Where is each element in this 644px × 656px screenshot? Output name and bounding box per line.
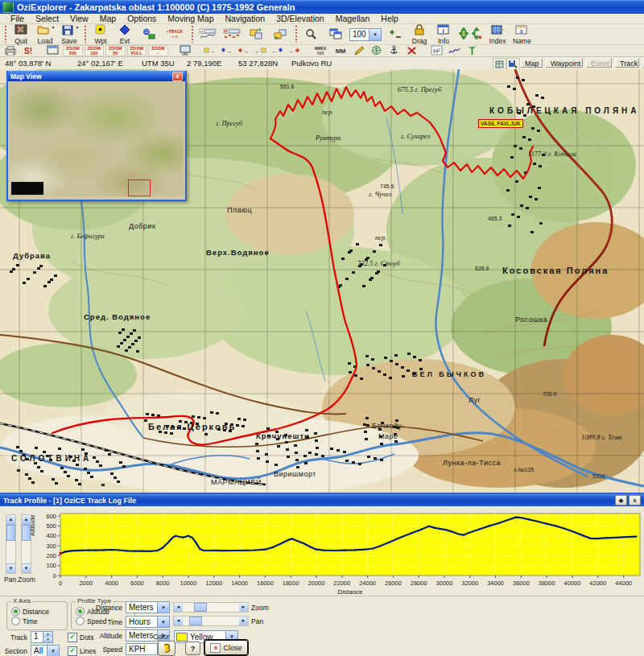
waypoint-button[interactable]: Wpt (89, 24, 113, 44)
menu-item-navigation[interactable]: Navigation (220, 14, 271, 24)
save-button[interactable]: ▼Save (57, 24, 81, 44)
svg-text:18000: 18000 (283, 580, 299, 587)
radio-distance[interactable]: Distance (11, 607, 49, 616)
event-button[interactable]: Evt (113, 24, 137, 44)
chevron-down-icon[interactable]: ▼ (157, 602, 169, 613)
track-number-spinner[interactable]: 1 ▲▼ (31, 631, 53, 643)
zoom-in-out-button[interactable] (383, 24, 407, 44)
unit-select-distance[interactable]: Meters▼ (126, 601, 170, 613)
track-label: Track (8, 633, 27, 642)
waypoint-label[interactable]: VASIL PAVLJUK (478, 119, 523, 128)
cascade-windows-button[interactable] (324, 24, 348, 44)
close-icon[interactable]: x (172, 72, 183, 81)
name-search-button[interactable]: aName (510, 24, 535, 44)
projection-button[interactable] (368, 45, 386, 57)
scroll-left-icon[interactable]: ◄ (174, 603, 183, 612)
zoom-level-combo[interactable]: 100▼ (349, 28, 382, 41)
load-button[interactable]: ▼Load (33, 24, 57, 44)
map-label: Сред. Водяное (84, 312, 151, 321)
map-features-button[interactable]: 12 (137, 24, 161, 44)
mode-button-track[interactable]: Track (615, 58, 639, 68)
gps-down-events-button[interactable]: ← (269, 45, 286, 57)
drag-button[interactable]: Drag (407, 24, 431, 44)
zoom-full-button[interactable]: ZOOMFULL (127, 45, 147, 56)
scroll-thumb[interactable] (194, 603, 207, 612)
chevron-down-icon[interactable]: ▼ (369, 29, 381, 40)
track-profile-title-bar[interactable]: Track Profile - [1] OziCE Track Log File… (0, 494, 644, 506)
svg-text:4000: 4000 (105, 580, 118, 587)
map-window-button[interactable] (44, 45, 62, 57)
transfer-left-button[interactable] (268, 24, 292, 44)
gps-down-waypoints-button[interactable]: ← (252, 45, 269, 57)
zoom-100-button[interactable]: ZOOM100 (85, 45, 105, 56)
color-label: Color (153, 633, 172, 641)
anchor-button[interactable] (386, 45, 403, 57)
map-view-thumbnail[interactable] (10, 81, 184, 196)
unit-select-time[interactable]: Hours▼ (126, 616, 170, 628)
mode-button-waypoint[interactable]: Waypoint (546, 58, 583, 68)
close-icon[interactable]: x (629, 495, 641, 505)
scroll-left-icon[interactable]: ◄ (174, 617, 183, 625)
menu-item-view[interactable]: View (64, 14, 94, 24)
height-button[interactable]: H² (428, 45, 446, 57)
menu-item-options[interactable]: Options (122, 14, 162, 24)
gps-up-tracks-button[interactable]: → (235, 45, 252, 57)
save-position-icon[interactable] (506, 58, 520, 70)
gps-up-waypoints-button[interactable]: → (201, 45, 218, 57)
mode-button-map[interactable]: Map (520, 58, 543, 68)
map-view-window[interactable]: Map View x (6, 71, 187, 201)
help-button[interactable]: ? (185, 642, 200, 655)
scroll-right-icon[interactable]: ► (239, 617, 248, 625)
track-draw-button[interactable] (350, 45, 368, 57)
zoom-50-button[interactable]: ZOOM50 (105, 45, 126, 56)
show-waypoints-button[interactable]: + (196, 24, 220, 44)
menu-item-map[interactable]: Map (94, 14, 122, 24)
menu-item-magellan[interactable]: Magellan (330, 14, 376, 24)
gps-down-tracks-button[interactable]: ← (286, 45, 303, 57)
show-events-button[interactable] (220, 24, 244, 44)
zoom-200-button[interactable]: ZOOM200 (63, 45, 83, 56)
chart-pan-scrollbar[interactable]: ◄ ► (173, 616, 249, 626)
map-canvas[interactable]: КОБЫЛЕЦКАЯ ПОЛЯНАСОЛОТВИНАВЕЛ БЫЧКОВБела… (0, 69, 644, 493)
quit-button[interactable]: Quit (9, 24, 33, 44)
map-view-viewport-rect[interactable] (128, 179, 151, 196)
profile-button[interactable] (446, 45, 464, 57)
zoom-window-button[interactable]: ZOOM▫ (148, 45, 168, 56)
map-view-title-bar[interactable]: Map View x (8, 71, 185, 81)
nmea-button[interactable]: NMEANM (310, 45, 331, 57)
track-profile-plot[interactable]: 0200040006000800010000120001400016000180… (0, 506, 644, 596)
moving-map-button[interactable]: MM (331, 45, 350, 57)
pan-arrows-button[interactable] (456, 24, 485, 44)
title-bar[interactable]: OziExplorer - Zakarpatska oblast 1:10000… (0, 0, 644, 14)
scroll-thumb[interactable] (189, 617, 202, 625)
menu-item-file[interactable]: File (5, 14, 30, 24)
close-button[interactable]: x Close (204, 640, 248, 655)
profile-chart[interactable]: 0200040006000800010000120001400016000180… (0, 506, 644, 597)
print-button[interactable] (2, 45, 19, 57)
radio-time[interactable]: Time (11, 617, 38, 625)
info-button[interactable]: iInfo (431, 24, 456, 44)
gps-up-events-button[interactable]: → (218, 45, 235, 57)
track-control-button[interactable]: +TRACK+ o (161, 24, 188, 44)
menu-item-help[interactable]: Help (375, 14, 404, 24)
magnify-button[interactable] (299, 24, 324, 44)
menu-item-select[interactable]: Select (30, 14, 64, 24)
menu-item-3d-elevation[interactable]: 3D/Elevation (270, 14, 330, 24)
antenna-button[interactable] (464, 45, 481, 57)
report-button[interactable] (158, 641, 175, 656)
chevron-down-icon[interactable]: ▼ (157, 617, 169, 627)
scroll-right-icon[interactable]: ► (239, 603, 248, 612)
index-button[interactable]: ▲Index (485, 24, 510, 44)
position-icon[interactable] (493, 58, 506, 70)
svg-text:14000: 14000 (231, 580, 248, 587)
menu-item-moving-map[interactable]: Moving Map (162, 14, 219, 24)
spin-down-icon[interactable]: ▼ (43, 637, 52, 643)
transfer-right-button[interactable] (244, 24, 268, 44)
section-select[interactable]: All ▼ (31, 645, 60, 656)
delete-button[interactable] (403, 45, 421, 57)
chart-zoom-scrollbar[interactable]: ◄ ► (173, 602, 249, 613)
rollup-icon[interactable]: ◆ (615, 495, 627, 505)
screen-grab-button[interactable]: S! (19, 45, 37, 57)
pc-link-button[interactable] (176, 45, 194, 57)
chevron-down-icon[interactable]: ▼ (47, 646, 59, 656)
